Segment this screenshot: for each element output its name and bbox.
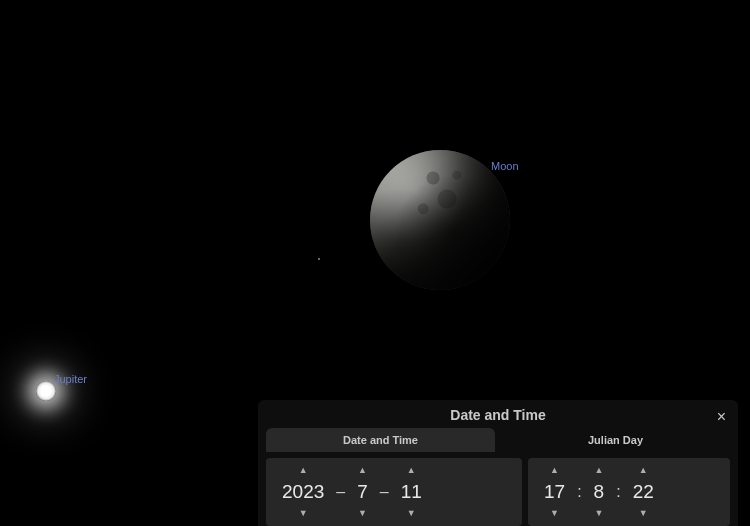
sky-viewport[interactable]: Moon Jupiter Date and Time × Date and Ti…	[0, 0, 750, 526]
second-down-icon[interactable]: ▼	[633, 507, 654, 520]
panel-tabs: Date and Time Julian Day	[266, 428, 730, 452]
time-group: ▲ 17 ▼ : ▲ 8 ▼ : ▲ 22 ▼	[528, 458, 730, 526]
hour-up-icon[interactable]: ▲	[544, 464, 565, 477]
star-point	[318, 258, 320, 260]
date-separator-2: –	[374, 458, 395, 526]
tab-datetime-label: Date and Time	[343, 434, 418, 446]
second-up-icon[interactable]: ▲	[633, 464, 654, 477]
year-stepper[interactable]: ▲ 2023 ▼	[276, 458, 330, 526]
moon-label: Moon	[491, 160, 519, 172]
month-stepper[interactable]: ▲ 7 ▼	[351, 458, 374, 526]
year-down-icon[interactable]: ▼	[293, 507, 314, 520]
time-separator-2: :	[610, 458, 626, 526]
month-value[interactable]: 7	[351, 477, 374, 507]
tab-datetime[interactable]: Date and Time	[266, 428, 495, 452]
panel-title: Date and Time	[258, 407, 738, 423]
date-separator-1: –	[330, 458, 351, 526]
jupiter-body[interactable]	[36, 381, 56, 401]
date-group: ▲ 2023 ▼ – ▲ 7 ▼ – ▲ 11 ▼	[266, 458, 522, 526]
hour-down-icon[interactable]: ▼	[544, 507, 565, 520]
day-value[interactable]: 11	[395, 477, 428, 507]
time-separator-1: :	[571, 458, 587, 526]
minute-stepper[interactable]: ▲ 8 ▼	[588, 458, 611, 526]
spinner-row: ▲ 2023 ▼ – ▲ 7 ▼ – ▲ 11 ▼	[266, 458, 730, 526]
year-value[interactable]: 2023	[276, 477, 330, 507]
tab-julian-label: Julian Day	[588, 434, 643, 446]
hour-value[interactable]: 17	[538, 477, 571, 507]
second-stepper[interactable]: ▲ 22 ▼	[627, 458, 660, 526]
second-value[interactable]: 22	[627, 477, 660, 507]
year-up-icon[interactable]: ▲	[293, 464, 314, 477]
minute-up-icon[interactable]: ▲	[588, 464, 609, 477]
moon-body[interactable]	[370, 150, 510, 290]
day-stepper[interactable]: ▲ 11 ▼	[395, 458, 428, 526]
jupiter-label: Jupiter	[54, 373, 87, 385]
day-down-icon[interactable]: ▼	[401, 507, 422, 520]
close-icon: ×	[717, 408, 726, 425]
month-down-icon[interactable]: ▼	[352, 507, 373, 520]
datetime-panel: Date and Time × Date and Time Julian Day…	[258, 400, 738, 526]
minute-value[interactable]: 8	[588, 477, 611, 507]
tab-julian[interactable]: Julian Day	[501, 428, 730, 452]
minute-down-icon[interactable]: ▼	[588, 507, 609, 520]
month-up-icon[interactable]: ▲	[352, 464, 373, 477]
hour-stepper[interactable]: ▲ 17 ▼	[538, 458, 571, 526]
day-up-icon[interactable]: ▲	[401, 464, 422, 477]
close-button[interactable]: ×	[711, 406, 732, 428]
